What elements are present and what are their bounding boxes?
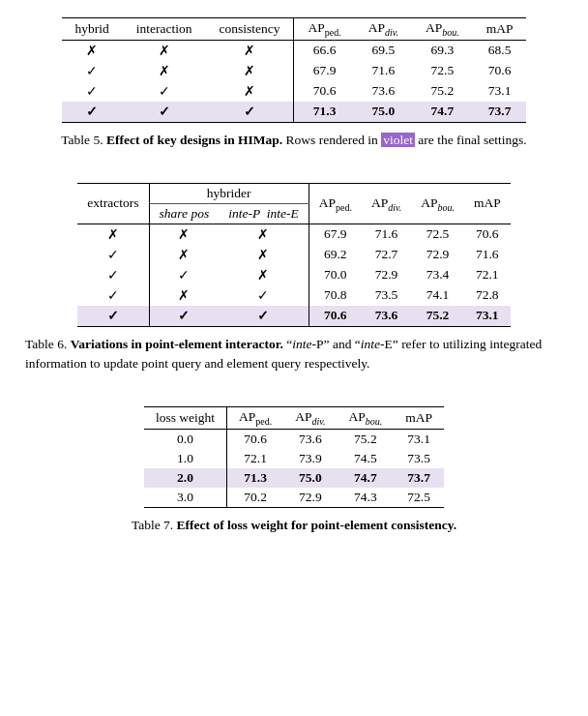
cell-map: 73.1	[464, 306, 511, 327]
cell-inte-p: ✓	[149, 306, 219, 327]
cell-ap-ped: 71.3	[294, 102, 355, 123]
table-row: 0.0 70.6 73.6 75.2 73.1	[144, 430, 444, 450]
cell-map: 73.5	[394, 449, 444, 468]
cell-ap-div: 72.9	[362, 265, 411, 285]
col-ap-ped: APped.	[294, 18, 355, 41]
cell-ap-ped: 67.9	[294, 61, 355, 81]
cell-ap-div: 73.9	[283, 449, 337, 468]
cell-map: 73.1	[473, 81, 527, 102]
table-row: 1.0 72.1 73.9 74.5 73.5	[144, 449, 444, 468]
cell-share-pos: ✓	[77, 245, 149, 265]
cell-ap-bou: 74.7	[338, 468, 395, 488]
cell-ap-div: 75.0	[283, 468, 337, 488]
cell-hybrid: ✓	[62, 81, 123, 102]
col-ap-ped: APped.	[309, 183, 362, 224]
cell-map: 72.1	[464, 265, 511, 285]
cell-inte-e: ✗	[219, 245, 309, 265]
cell-ap-div: 73.6	[355, 81, 412, 102]
cell-share-pos: ✗	[77, 224, 149, 245]
col-map: mAP	[473, 18, 527, 41]
table-row: 3.0 70.2 72.9 74.3 72.5	[144, 488, 444, 508]
violet-highlight: violet	[381, 133, 415, 147]
cell-ap-div: 73.5	[362, 285, 411, 306]
cell-ap-div: 72.7	[362, 245, 411, 265]
cell-ap-ped: 72.1	[227, 449, 284, 468]
cell-ap-div: 73.6	[283, 430, 337, 450]
table-row-highlight: ✓ ✓ ✓ 70.6 73.6 75.2 73.1	[77, 306, 510, 327]
cell-ap-div: 71.6	[355, 61, 412, 81]
table5-caption: Table 5. Effect of key designs in HIMap.…	[61, 131, 527, 150]
cell-ap-bou: 74.7	[412, 102, 473, 123]
cell-map: 73.7	[394, 468, 444, 488]
col-map: mAP	[394, 407, 444, 430]
cell-loss-weight: 1.0	[144, 449, 227, 468]
cell-ap-bou: 74.1	[411, 285, 464, 306]
table7-body: 0.0 70.6 73.6 75.2 73.1 1.0 72.1 73.9 74…	[144, 430, 444, 508]
cell-map: 73.1	[394, 430, 444, 450]
cell-ap-div: 72.9	[283, 488, 337, 508]
cell-ap-ped: 71.3	[227, 468, 284, 488]
col-ap-div: APdiv.	[355, 18, 412, 41]
cell-share-pos: ✓	[77, 265, 149, 285]
cell-ap-ped: 69.2	[309, 245, 362, 265]
cell-interaction: ✗	[123, 61, 206, 81]
cell-map: 68.5	[473, 40, 527, 61]
table-row: ✓ ✗ ✗ 67.9 71.6 72.5 70.6	[62, 61, 527, 81]
cell-ap-div: 75.0	[355, 102, 412, 123]
col-ap-div: APdiv.	[283, 407, 337, 430]
cell-ap-bou: 75.2	[338, 430, 395, 450]
cell-ap-bou: 75.2	[412, 81, 473, 102]
cell-loss-weight: 2.0	[144, 468, 227, 488]
cell-ap-bou: 74.3	[338, 488, 395, 508]
cell-consistency: ✗	[205, 81, 294, 102]
table-row-highlight: ✓ ✓ ✓ 71.3 75.0 74.7 73.7	[62, 102, 527, 123]
table-row: ✓ ✗ ✓ 70.8 73.5 74.1 72.8	[77, 285, 510, 306]
cell-consistency: ✗	[205, 61, 294, 81]
cell-interaction: ✓	[123, 81, 206, 102]
table-row: ✓ ✓ ✗ 70.0 72.9 73.4 72.1	[77, 265, 510, 285]
table6-caption: Table 6. Variations in point-element int…	[25, 335, 563, 374]
col-ap-div: APdiv.	[362, 183, 411, 224]
col-interaction: interaction	[123, 18, 206, 41]
cell-ap-bou: 69.3	[412, 40, 473, 61]
cell-ap-ped: 70.6	[294, 81, 355, 102]
cell-inte-p: ✓	[149, 265, 219, 285]
cell-ap-bou: 72.5	[412, 61, 473, 81]
cell-ap-ped: 70.0	[309, 265, 362, 285]
cell-share-pos: ✓	[77, 306, 149, 327]
cell-map: 72.5	[394, 488, 444, 508]
cell-inte-e: ✗	[219, 224, 309, 245]
cell-consistency: ✓	[205, 102, 294, 123]
col-consistency: consistency	[205, 18, 294, 41]
cell-ap-bou: 72.5	[411, 224, 464, 245]
cell-ap-bou: 73.4	[411, 265, 464, 285]
table5: hybrid interaction consistency APped. AP…	[62, 17, 527, 123]
cell-ap-ped: 66.6	[294, 40, 355, 61]
col-hybrid: hybrid	[62, 18, 123, 41]
cell-map: 72.8	[464, 285, 511, 306]
cell-loss-weight: 0.0	[144, 430, 227, 450]
cell-ap-ped: 70.2	[227, 488, 284, 508]
cell-ap-bou: 74.5	[338, 449, 395, 468]
cell-inte-e: ✓	[219, 285, 309, 306]
cell-ap-div: 69.5	[355, 40, 412, 61]
table-row-highlight: 2.0 71.3 75.0 74.7 73.7	[144, 468, 444, 488]
col-ap-bou: APbou.	[411, 183, 464, 224]
cell-map: 73.7	[473, 102, 527, 123]
col-ap-ped: APped.	[227, 407, 284, 430]
col-share-pos: share pos	[149, 203, 219, 224]
cell-interaction: ✓	[123, 102, 206, 123]
col-extractors: extractors	[77, 183, 149, 224]
cell-inte-p: ✗	[149, 224, 219, 245]
table5-header-row: hybrid interaction consistency APped. AP…	[62, 18, 527, 41]
col-ap-bou: APbou.	[412, 18, 473, 41]
cell-loss-weight: 3.0	[144, 488, 227, 508]
cell-map: 71.6	[464, 245, 511, 265]
col-ap-bou: APbou.	[338, 407, 395, 430]
cell-hybrid: ✗	[62, 40, 123, 61]
cell-inte-e: ✓	[219, 306, 309, 327]
table6: extractors hybrider APped. APdiv. APbou.…	[77, 183, 510, 327]
cell-inte-p: ✗	[149, 285, 219, 306]
cell-ap-ped: 70.6	[227, 430, 284, 450]
table-row: ✗ ✗ ✗ 66.6 69.5 69.3 68.5	[62, 40, 527, 61]
